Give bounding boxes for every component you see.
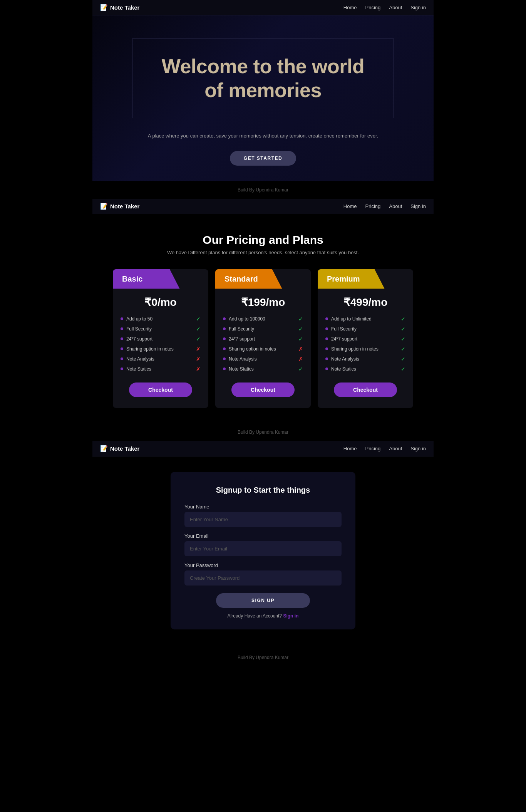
feature-standard-3: Sharing option in notes ✗: [223, 344, 303, 354]
logo-2: 📝 Note Taker: [100, 203, 139, 210]
dot: [121, 347, 123, 350]
name-form-group: Your Name: [184, 504, 342, 527]
badge-premium: Premium: [318, 269, 385, 289]
feature-standard-0: Add up to 100000 ✓: [223, 314, 303, 324]
nav-pricing-2[interactable]: Pricing: [365, 203, 381, 209]
name-input[interactable]: [184, 512, 342, 527]
check-icon: ✓: [401, 326, 405, 332]
feature-text: Note Analysis: [331, 356, 359, 362]
cross-icon: ✗: [196, 366, 201, 372]
dot: [325, 327, 328, 330]
features-standard: Add up to 100000 ✓ Full Security ✓ 24*7 …: [215, 314, 311, 374]
signup-button[interactable]: SIGN UP: [216, 593, 310, 608]
feature-text: Sharing option in notes: [229, 346, 276, 352]
cross-icon: ✗: [298, 356, 303, 362]
check-icon: ✓: [401, 356, 405, 362]
nav-pricing-3[interactable]: Pricing: [365, 446, 381, 451]
pricing-title: Our Pricing and Plans: [100, 233, 426, 247]
nav-links-2: Home Pricing About Sign in: [343, 203, 426, 209]
feature-text: Sharing option in notes: [126, 346, 174, 352]
signup-section: Signup to Start the things Your Name You…: [92, 456, 434, 649]
feature-premium-3: Sharing option in notes ✓: [325, 344, 405, 354]
signup-title: Signup to Start the things: [184, 486, 342, 495]
logo-text-2: Note Taker: [110, 203, 139, 210]
check-icon: ✓: [401, 366, 405, 372]
email-label: Your Email: [184, 533, 342, 539]
dot: [121, 337, 123, 340]
feature-text: Add up to 50: [126, 316, 152, 322]
nav-about-2[interactable]: About: [389, 203, 402, 209]
footer-credit-3: Build By Upendra Kumar: [92, 649, 434, 666]
email-form-group: Your Email: [184, 533, 342, 556]
logo-3: 📝 Note Taker: [100, 445, 139, 452]
hero-subtitle: A place where you can create, save your …: [148, 132, 378, 140]
logo: 📝 Note Taker: [100, 4, 139, 11]
feature-premium-0: Add up to Unlimited ✓: [325, 314, 405, 324]
feature-standard-4: Note Analysis ✗: [223, 354, 303, 364]
check-icon: ✓: [401, 316, 405, 322]
dot: [325, 347, 328, 350]
dot: [121, 327, 123, 330]
hero-section: Welcome to the world of memories A place…: [92, 15, 434, 181]
nav-signin-2[interactable]: Sign in: [410, 203, 426, 209]
dot: [325, 367, 328, 370]
nav-home-2[interactable]: Home: [343, 203, 357, 209]
logo-icon-2: 📝: [100, 203, 108, 210]
dot: [223, 337, 226, 340]
feature-text: Full Security: [126, 326, 152, 332]
password-label: Your Password: [184, 562, 342, 568]
check-icon: ✓: [196, 316, 201, 322]
already-account-text: Already Have an Account?: [228, 613, 282, 619]
password-form-group: Your Password: [184, 562, 342, 586]
dot: [121, 357, 123, 360]
navbar-signup: 📝 Note Taker Home Pricing About Sign in: [92, 441, 434, 456]
dot: [223, 327, 226, 330]
nav-home[interactable]: Home: [343, 5, 357, 10]
checkout-standard-button[interactable]: Checkout: [231, 383, 295, 397]
feature-basic-0: Add up to 50 ✓: [121, 314, 201, 324]
badge-standard: Standard: [215, 269, 282, 289]
checkout-basic-button[interactable]: Checkout: [129, 383, 192, 397]
feature-text: Add up to 100000: [229, 316, 265, 322]
logo-icon: 📝: [100, 4, 108, 11]
badge-basic: Basic: [113, 269, 180, 289]
cross-icon: ✗: [298, 346, 303, 352]
feature-text: 24*7 support: [229, 336, 255, 342]
feature-text: Note Analysis: [126, 356, 154, 362]
password-input[interactable]: [184, 570, 342, 586]
nav-home-3[interactable]: Home: [343, 446, 357, 451]
check-icon: ✓: [298, 366, 303, 372]
check-icon: ✓: [196, 326, 201, 332]
signin-link[interactable]: Sign in: [283, 613, 298, 619]
dot: [121, 367, 123, 370]
check-icon: ✓: [298, 336, 303, 342]
nav-signin[interactable]: Sign in: [410, 5, 426, 10]
signup-card: Signup to Start the things Your Name You…: [171, 472, 355, 629]
get-started-button[interactable]: GET STARTED: [230, 151, 296, 166]
check-icon: ✓: [298, 316, 303, 322]
feature-basic-2: 24*7 support ✓: [121, 334, 201, 344]
footer-credit-1: Build By Upendra Kumar: [92, 181, 434, 199]
email-input[interactable]: [184, 541, 342, 556]
logo-text: Note Taker: [110, 4, 139, 11]
feature-premium-5: Note Statics ✓: [325, 364, 405, 374]
dot: [223, 347, 226, 350]
dot: [325, 317, 328, 320]
feature-text: Note Statics: [229, 366, 254, 372]
feature-text: Note Analysis: [229, 356, 257, 362]
price-premium: ₹499/mo: [318, 293, 413, 314]
check-icon: ✓: [298, 326, 303, 332]
dot: [223, 317, 226, 320]
price-standard: ₹199/mo: [215, 293, 311, 314]
logo-text-3: Note Taker: [110, 445, 139, 452]
pricing-card-premium: Premium ₹499/mo Add up to Unlimited ✓ Fu…: [318, 269, 413, 408]
nav-signin-3[interactable]: Sign in: [410, 446, 426, 451]
checkout-premium-button[interactable]: Checkout: [334, 383, 397, 397]
feature-text: 24*7 support: [126, 336, 152, 342]
nav-about[interactable]: About: [389, 5, 402, 10]
pricing-subtitle: We have Different plans for different pe…: [100, 250, 426, 255]
feature-premium-2: 24*7 support ✓: [325, 334, 405, 344]
nav-about-3[interactable]: About: [389, 446, 402, 451]
nav-pricing[interactable]: Pricing: [365, 5, 381, 10]
pricing-card-standard: Standard ₹199/mo Add up to 100000 ✓ Full…: [215, 269, 311, 408]
